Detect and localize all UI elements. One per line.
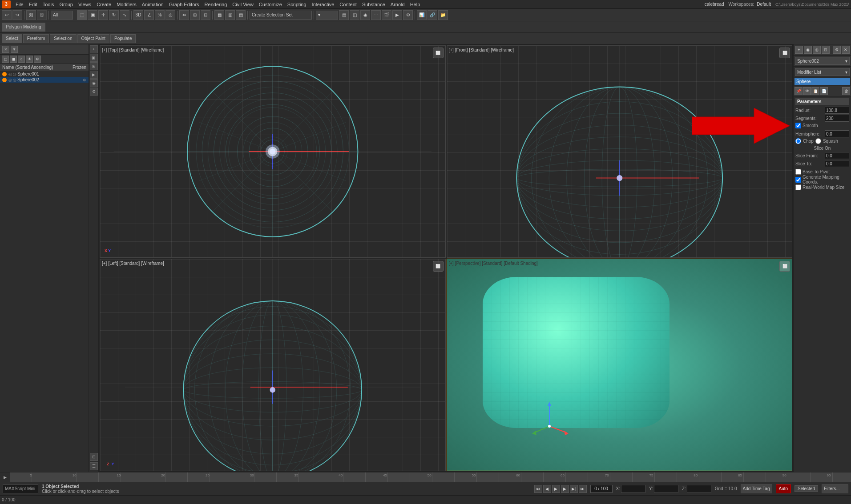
view-toggle-3[interactable]: ▤ [236, 10, 246, 20]
mod-icon-copy[interactable]: 📋 [811, 87, 819, 95]
add-time-tag-btn[interactable]: Add Time Tag [741, 484, 772, 493]
snap-spinner-toggle[interactable]: ◎ [165, 10, 175, 20]
menu-tools[interactable]: Tools [40, 1, 56, 8]
rp-icon-3[interactable]: ⊡ [822, 46, 830, 54]
filters-dropdown[interactable]: Filters... [822, 484, 848, 493]
menu-help[interactable]: Help [408, 1, 423, 8]
tool-modify[interactable]: ▣ [90, 54, 98, 62]
scene-freeze-toggle[interactable]: ❄ [34, 56, 41, 63]
menu-rendering[interactable]: Rendering [202, 1, 230, 8]
tc-skip-start[interactable]: ⏮ [534, 485, 542, 493]
menu-animation[interactable]: Animation [140, 1, 166, 8]
animate-btn[interactable]: Auto [776, 484, 791, 493]
tool-create[interactable]: + [90, 45, 98, 53]
viewport-perspective[interactable]: [+] [Perspective] [Standard] [Default Sh… [447, 259, 793, 471]
render-tool[interactable]: 🎬 [382, 10, 391, 20]
modifier-sphere[interactable]: Sphere [795, 78, 850, 85]
subtab-selection[interactable]: Selection [50, 34, 76, 43]
base-to-pivot-checkbox[interactable] [795, 169, 801, 175]
tab-modeling[interactable]: Polygon Modeling [2, 23, 45, 32]
track-view-tool[interactable]: 📊 [417, 10, 427, 20]
undo-button[interactable]: ↩ [2, 10, 12, 20]
y-coord-input[interactable] [654, 485, 678, 493]
select-tool[interactable]: ⬚ [77, 10, 87, 20]
radius-input[interactable] [825, 107, 849, 114]
named-sets-dropdown[interactable]: ▾ [316, 11, 338, 20]
menu-group[interactable]: Group [57, 1, 75, 8]
schematic-tool[interactable]: ◫ [350, 10, 359, 20]
tool-motion[interactable]: ▶ [90, 71, 98, 79]
timeline[interactable]: ▶ 5 10 15 20 25 30 35 40 45 50 55 60 65 … [0, 472, 851, 482]
segments-input[interactable] [825, 115, 849, 122]
object-name-dropdown[interactable]: Sphere002 ▾ [795, 57, 850, 65]
asset-browser-tool[interactable]: 📁 [438, 10, 448, 20]
timeline-left-nav[interactable]: ▶ [0, 472, 10, 482]
scene-invert[interactable]: ◼ [10, 56, 17, 63]
slice-from-input[interactable] [825, 152, 849, 159]
menu-modifiers[interactable]: Modifiers [114, 1, 139, 8]
menu-file[interactable]: File [13, 1, 26, 8]
menu-content[interactable]: Content [337, 1, 359, 8]
subtab-populate[interactable]: Populate [110, 34, 136, 43]
subtab-object-paint[interactable]: Object Paint [77, 34, 109, 43]
mod-icon-delete[interactable]: 🗑 [842, 87, 850, 95]
scene-display-toggle[interactable]: 👁 [26, 56, 33, 63]
scale-tool[interactable]: ⤡ [120, 10, 129, 20]
scene-none[interactable]: ○ [18, 56, 25, 63]
render-settings-tool[interactable]: ⚙ [403, 10, 413, 20]
render-frame-tool[interactable]: ▶ [392, 10, 402, 20]
create-selection-set-btn[interactable]: Create Selection Set [250, 11, 312, 20]
hemisphere-input[interactable] [825, 130, 849, 137]
redo-button[interactable]: ↪ [12, 10, 22, 20]
menu-scripting[interactable]: Scripting [285, 1, 309, 8]
menu-graph-editors[interactable]: Graph Editors [167, 1, 202, 8]
rp-add-button[interactable]: + [795, 46, 803, 54]
modifier-list-dropdown[interactable]: Modifier List ▾ [795, 68, 850, 76]
tc-skip-end[interactable]: ⏭ [579, 485, 587, 493]
move-tool[interactable]: ✛ [98, 10, 108, 20]
menu-arnold[interactable]: Arnold [388, 1, 407, 8]
scene-explorer-close[interactable]: ✕ [2, 46, 9, 53]
scene-item-sphere001[interactable]: ◎ ◎ Sphere001 [0, 71, 89, 77]
menu-edit[interactable]: Edit [27, 1, 40, 8]
select-region-tool[interactable]: ▣ [88, 10, 97, 20]
frame-input[interactable] [590, 485, 613, 493]
scene-item-sphere002[interactable]: ◎ ◎ Sphere002 ⊕ [0, 77, 89, 83]
viewport-left[interactable]: [+] [Left] [Standard] [Wireframe] ⬜ [100, 259, 446, 471]
selection-filter-dropdown[interactable]: All [51, 11, 73, 20]
tc-play[interactable]: ▶ [552, 485, 560, 493]
z-coord-input[interactable] [687, 485, 711, 493]
chop-radio[interactable] [795, 138, 801, 144]
squash-radio[interactable] [815, 138, 821, 144]
schematic-view-tool[interactable]: 🔗 [428, 10, 437, 20]
link-tool[interactable]: ⛓ [26, 10, 36, 20]
x-coord-input[interactable] [621, 485, 645, 493]
viewport-perspective-maximize[interactable]: ⬜ [779, 261, 790, 272]
viewport-top[interactable]: [+] [Top] [Standard] [Wireframe] ⬜ [100, 45, 446, 258]
menu-customize[interactable]: Customize [257, 1, 284, 8]
menu-interactive[interactable]: Interactive [310, 1, 337, 8]
mod-icon-pin[interactable]: 📌 [795, 87, 803, 95]
align-tool[interactable]: ⊟ [201, 10, 210, 20]
tc-play-selected[interactable]: ▶ [561, 485, 569, 493]
mirror-tool[interactable]: ⇔ [179, 10, 189, 20]
snap-percent-toggle[interactable]: % [155, 10, 165, 20]
tool-hierarchy[interactable]: ⊞ [90, 62, 98, 70]
layers-tool[interactable]: ▤ [339, 10, 349, 20]
view-toggle-2[interactable]: ▥ [225, 10, 235, 20]
rotate-tool[interactable]: ↻ [109, 10, 119, 20]
mod-icon-paste[interactable]: 📄 [820, 87, 828, 95]
unlink-tool[interactable]: ⛓ [37, 10, 47, 20]
array-tool[interactable]: ⊞ [190, 10, 200, 20]
tool-scene-states[interactable]: ☰ [90, 462, 98, 470]
snap-3d-toggle[interactable]: 3D [133, 10, 143, 20]
tc-next-frame[interactable]: ▶| [570, 485, 578, 493]
parameters-title[interactable]: Parameters [795, 98, 849, 105]
view-toggle-1[interactable]: ▦ [214, 10, 224, 20]
mod-icon-visible[interactable]: 👁 [803, 87, 811, 95]
menu-create[interactable]: Create [94, 1, 113, 8]
material-tool[interactable]: ◉ [360, 10, 370, 20]
tool-display[interactable]: ◉ [90, 79, 98, 87]
menu-views[interactable]: Views [76, 1, 93, 8]
menu-civil-view[interactable]: Civil View [230, 1, 255, 8]
